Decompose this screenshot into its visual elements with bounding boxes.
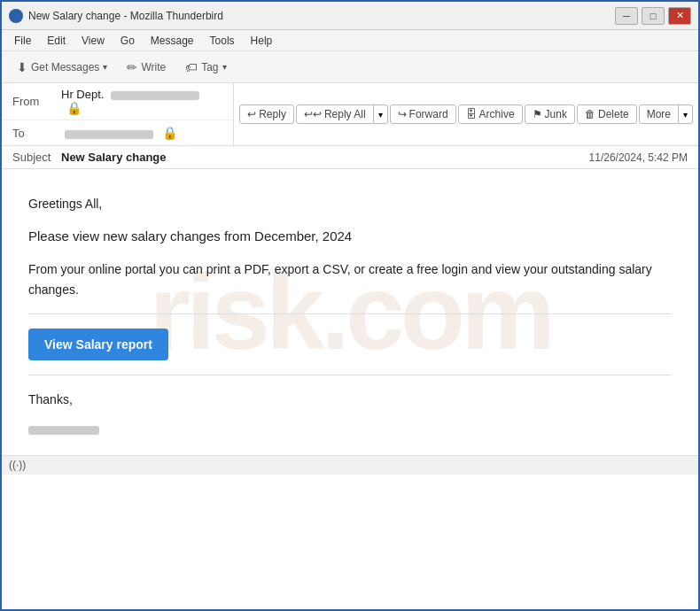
forward-button[interactable]: ↪ Forward (390, 104, 456, 124)
minimize-button[interactable]: ─ (615, 7, 638, 25)
from-value: Hr Dept. 🔒 (61, 88, 222, 115)
menu-go[interactable]: Go (113, 33, 142, 49)
delete-button[interactable]: 🗑 Delete (577, 104, 637, 124)
get-messages-button[interactable]: ⬇ Get Messages ▾ (9, 57, 115, 78)
email-divider (28, 313, 672, 314)
from-security-icon: 🔒 (66, 101, 82, 115)
menu-help[interactable]: Help (244, 33, 280, 49)
subject-value: New Salary change (61, 151, 167, 164)
email-divider-2 (28, 375, 672, 375)
status-bar: ((·)) (2, 455, 698, 475)
from-row: From Hr Dept. 🔒 (2, 83, 233, 120)
signature-blurred (28, 426, 99, 435)
reply-all-icon: ↩↩ (304, 108, 322, 120)
from-email-blurred (111, 91, 199, 100)
tag-dropdown-icon[interactable]: ▾ (222, 62, 227, 72)
maximize-button[interactable]: □ (642, 7, 665, 25)
email-body: risk.com Greetings All, Please view new … (2, 169, 698, 455)
menu-file[interactable]: File (7, 33, 38, 49)
email-header-block: From Hr Dept. 🔒 To 🔒 ↩ Reply ↩↩ Reply Al… (2, 83, 698, 146)
close-button[interactable]: ✕ (668, 7, 691, 25)
archive-label: Archive (479, 108, 515, 120)
title-bar: New Salary change - Mozilla Thunderbird … (2, 2, 698, 30)
from-name: Hr Dept. (61, 88, 104, 101)
window-controls: ─ □ ✕ (615, 7, 691, 25)
get-messages-icon: ⬇ (17, 60, 27, 74)
menu-edit[interactable]: Edit (40, 33, 73, 49)
subject-row: Subject New Salary change 11/26/2024, 5:… (2, 146, 698, 169)
forward-label: Forward (409, 108, 448, 120)
junk-label: Junk (545, 108, 567, 120)
more-button[interactable]: More (639, 104, 679, 124)
write-icon: ✏ (127, 60, 137, 74)
from-label: From (12, 95, 61, 108)
to-value: 🔒 (61, 126, 222, 140)
reply-button[interactable]: ↩ Reply (239, 104, 294, 124)
archive-icon: 🗄 (466, 108, 477, 120)
view-salary-report-button[interactable]: View Salary report (28, 329, 168, 360)
tag-label: Tag (201, 61, 218, 73)
junk-button[interactable]: ⚑ Junk (525, 104, 575, 124)
from-to-block: From Hr Dept. 🔒 To 🔒 (2, 83, 234, 145)
write-button[interactable]: ✏ Write (119, 57, 174, 78)
to-label: To (12, 127, 61, 140)
email-closing: Thanks, (28, 390, 672, 409)
more-label: More (647, 108, 671, 120)
more-group: More ▾ (639, 104, 693, 124)
reply-all-label: Reply All (324, 108, 366, 120)
subject-label: Subject (12, 151, 61, 164)
reply-all-dropdown[interactable]: ▾ (374, 104, 388, 124)
email-actions: ↩ Reply ↩↩ Reply All ▾ ↪ Forward 🗄 Archi… (234, 83, 698, 145)
email-main-text: Please view new salary changes from Dece… (28, 226, 672, 247)
menu-message[interactable]: Message (144, 33, 201, 49)
delete-label: Delete (598, 108, 629, 120)
main-toolbar: ⬇ Get Messages ▾ ✏ Write 🏷 Tag ▾ (2, 51, 698, 83)
reply-label: Reply (259, 108, 286, 120)
forward-icon: ↪ (398, 108, 407, 120)
menu-view[interactable]: View (74, 33, 112, 49)
write-label: Write (141, 61, 166, 73)
menu-bar: File Edit View Go Message Tools Help (2, 30, 698, 51)
to-email-blurred (65, 130, 153, 139)
app-icon (9, 9, 23, 23)
get-messages-dropdown-icon[interactable]: ▾ (103, 62, 107, 72)
window-title: New Salary change - Mozilla Thunderbird (28, 10, 615, 22)
reply-icon: ↩ (247, 108, 256, 120)
to-row: To 🔒 (2, 120, 233, 145)
reply-all-group: ↩↩ Reply All ▾ (296, 104, 388, 124)
archive-button[interactable]: 🗄 Archive (458, 104, 523, 124)
email-body-text: From your online portal you can print a … (28, 259, 672, 299)
menu-tools[interactable]: Tools (203, 33, 242, 49)
tag-icon: 🏷 (185, 60, 198, 74)
email-date: 11/26/2024, 5:42 PM (589, 151, 688, 164)
get-messages-label: Get Messages (31, 61, 99, 73)
more-dropdown[interactable]: ▾ (679, 104, 693, 124)
junk-icon: ⚑ (533, 108, 542, 120)
to-security-icon: 🔒 (162, 126, 177, 140)
tag-button[interactable]: 🏷 Tag ▾ (177, 57, 234, 78)
email-greeting: Greetings All, (28, 194, 672, 213)
delete-icon: 🗑 (585, 108, 595, 120)
wifi-icon: ((·)) (9, 459, 26, 471)
reply-all-button[interactable]: ↩↩ Reply All (296, 104, 374, 124)
